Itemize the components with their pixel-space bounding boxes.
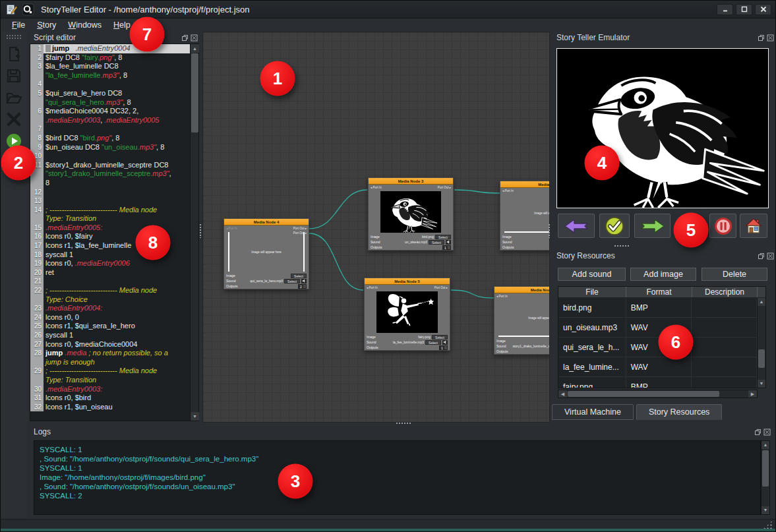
menu-file[interactable]: File — [6, 20, 31, 30]
column-header-file[interactable]: File — [558, 287, 626, 297]
code-line[interactable]: 14; ---------------------------- Media n… — [30, 206, 190, 215]
code-line[interactable]: 24lcons r0, 0 — [30, 313, 190, 322]
maximize-button[interactable] — [736, 4, 752, 15]
port-in[interactable]: ◂ Port In — [367, 286, 378, 289]
port-in[interactable]: ◂ Port In — [496, 295, 508, 298]
scroll-up-icon[interactable]: ▲ — [761, 441, 769, 449]
toolbar-drag-handle[interactable] — [6, 34, 22, 39]
right-splitter-handle[interactable] — [548, 223, 551, 238]
float-panel-icon[interactable] — [758, 34, 765, 42]
scroll-up-icon[interactable]: ▲ — [758, 298, 765, 306]
code-line[interactable]: 19lcons r0, .mediaEntry0006 — [30, 259, 190, 268]
delete-button[interactable]: Delete — [701, 268, 767, 281]
port-out[interactable]: Port Out ▸ — [434, 286, 448, 289]
select-button[interactable]: Select — [291, 274, 307, 278]
emulator-splitter-handle[interactable] — [614, 245, 630, 248]
scroll-right-icon[interactable]: ▶ — [748, 390, 757, 398]
code-line[interactable]: "story1_drako_luminelle_sceptre.mp3", — [30, 169, 190, 179]
media-node[interactable]: Media Node◂ Port InImage will appear her… — [500, 181, 550, 251]
code-line[interactable]: "qui_sera_le_hero.mp3", 8 — [30, 98, 190, 107]
code-line[interactable]: 7 — [30, 125, 190, 134]
code-scroll-thumb[interactable] — [191, 53, 198, 133]
port-out[interactable]: Port Out ▸ — [293, 231, 307, 235]
scroll-down-icon[interactable]: ▼ — [191, 412, 199, 421]
outputs-spinner[interactable]: 1 — [442, 245, 451, 250]
minimize-button[interactable] — [717, 4, 733, 15]
scroll-down-icon[interactable]: ▼ — [758, 380, 765, 388]
add-image-button[interactable]: Add image — [630, 268, 696, 281]
code-line[interactable]: 21 — [30, 277, 190, 286]
code-line[interactable]: 3$la_fee_luminelle DC8 — [30, 62, 190, 71]
code-line[interactable]: 10 — [30, 152, 190, 161]
speaker-icon[interactable] — [446, 240, 451, 245]
table-horizontal-scrollbar[interactable]: ◀ ▶ — [558, 390, 758, 398]
table-row[interactable]: bird.pngBMP — [558, 298, 757, 318]
scroll-down-icon[interactable]: ▼ — [761, 506, 769, 514]
code-line[interactable]: 12 — [30, 188, 190, 197]
logs-scroll-thumb[interactable] — [762, 450, 769, 487]
code-line[interactable]: 5$qui_sera_le_hero DC8 — [30, 89, 190, 98]
code-line[interactable]: 4 — [30, 80, 190, 89]
port-in[interactable]: ◂ Port In — [226, 227, 237, 230]
close-button[interactable] — [755, 4, 771, 15]
code-line[interactable]: 6$mediaChoice0004 DC32, 2, — [30, 107, 190, 116]
outputs-spinner[interactable]: 1 — [439, 345, 448, 350]
float-panel-icon[interactable] — [754, 429, 761, 436]
code-line[interactable]: "la_fee_luminelle.mp3", 8 — [30, 71, 190, 80]
save-button[interactable] — [4, 66, 24, 86]
table-row[interactable]: fairy.pngBMP — [558, 377, 757, 388]
column-header-format[interactable]: Format — [626, 287, 692, 297]
close-panel-icon[interactable] — [767, 252, 774, 260]
code-line[interactable]: 25lcons r1, $qui_sera_le_hero — [30, 322, 190, 331]
code-line[interactable]: jump is enough — [30, 358, 190, 367]
pause-button[interactable] — [709, 214, 736, 238]
code-line[interactable]: 8$bird DC8 "bird.png", 8 — [30, 134, 190, 143]
code-line[interactable]: 13 — [30, 196, 190, 206]
outputs-spinner[interactable]: 2 — [298, 284, 307, 289]
select-button[interactable]: Select — [425, 340, 441, 345]
forward-button[interactable] — [634, 214, 671, 238]
home-button[interactable] — [740, 214, 767, 238]
code-line[interactable]: 29; ---------------------------- Media n… — [30, 367, 190, 376]
code-line[interactable]: 23.mediaEntry0004: — [30, 304, 190, 313]
open-button[interactable] — [4, 88, 24, 107]
media-node[interactable]: Media Node 3◂ Port InPort Out ▸Imagebird… — [368, 177, 454, 251]
check-button[interactable] — [599, 214, 630, 238]
code-line[interactable]: 32lcons r1, $un_oiseau — [30, 403, 190, 412]
add-sound-button[interactable]: Add sound — [558, 268, 626, 281]
code-line[interactable]: 8 — [30, 179, 190, 188]
port-out[interactable]: Port Out ▸ — [438, 186, 451, 189]
code-line[interactable]: Type: Transition — [30, 214, 190, 223]
close-panel-icon[interactable] — [763, 429, 771, 436]
media-node[interactable]: Media Node 4◂ Port InPort Out ▸Port Out … — [224, 218, 309, 289]
code-line[interactable]: Type: Transition — [30, 376, 190, 385]
close-panel-icon[interactable] — [767, 34, 774, 42]
logs-scrollbar[interactable]: ▲ ▼ — [761, 440, 770, 515]
table-vertical-scrollbar[interactable]: ▲ ▼ — [757, 298, 765, 388]
back-button[interactable] — [558, 214, 595, 238]
column-header-description[interactable]: Description — [692, 287, 758, 297]
media-node[interactable]: Media Node 6◂ Port InImage will appear h… — [494, 286, 550, 355]
code-line[interactable]: 26syscall 1 — [30, 331, 190, 340]
code-line[interactable]: 1jump .mediaEntry0004 — [30, 44, 190, 53]
scroll-left-icon[interactable]: ◀ — [558, 390, 567, 398]
close-panel-icon[interactable] — [191, 34, 198, 42]
table-row[interactable]: la_fee_lumine...WAV — [558, 357, 757, 377]
port-in[interactable]: ◂ Port In — [502, 189, 514, 192]
new-file-button[interactable] — [4, 44, 24, 64]
code-line[interactable]: 2$fairy DC8 "fairy.png", 8 — [30, 53, 190, 63]
code-line[interactable]: 30.mediaEntry0003: — [30, 385, 190, 394]
select-button[interactable]: Select — [432, 335, 448, 340]
table-row[interactable]: un_oiseau.mp3WAV — [558, 318, 757, 338]
tab-virtual-machine[interactable]: Virtual Machine — [552, 404, 634, 420]
code-line[interactable]: 22; ---------------------------- Media n… — [30, 286, 190, 295]
code-line[interactable]: 27lcons r0, $mediaChoice0004 — [30, 340, 190, 349]
bottom-splitter-handle[interactable] — [396, 422, 411, 425]
code-line[interactable]: 11$story1_drako_luminelle_sceptre DC8 — [30, 161, 190, 170]
media-node[interactable]: Media Node 5◂ Port InPort Out ▸Imagefair… — [364, 278, 450, 351]
select-button[interactable]: Select — [435, 235, 451, 239]
code-line[interactable]: 20ret — [30, 268, 190, 278]
table-row[interactable]: qui_sera_le_h...WAV — [558, 338, 757, 357]
speaker-icon[interactable] — [442, 340, 448, 345]
code-line[interactable]: Type: Choice — [30, 295, 190, 305]
